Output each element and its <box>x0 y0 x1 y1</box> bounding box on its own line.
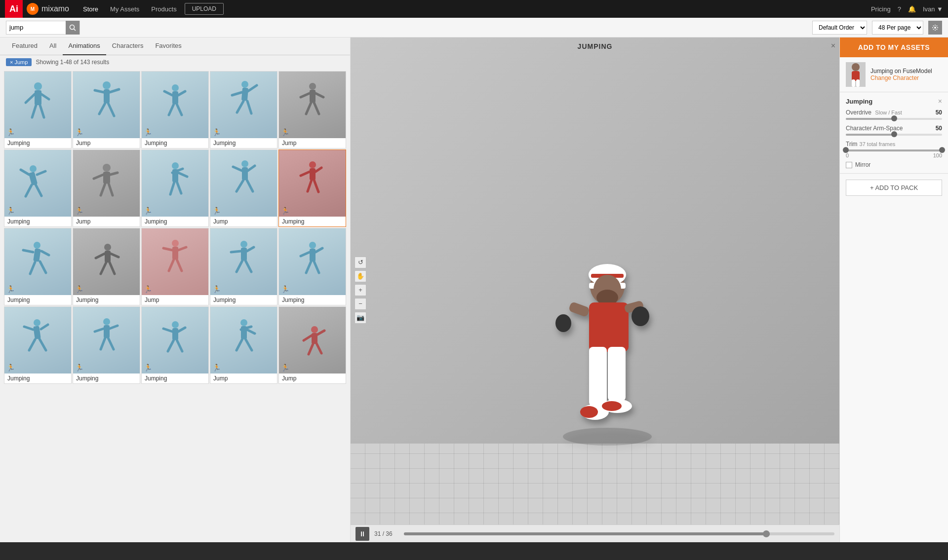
svg-line-95 <box>24 327 33 330</box>
trim-start-thumb[interactable] <box>843 147 849 153</box>
svg-point-21 <box>241 81 248 88</box>
play-pause-button[interactable]: ⏸ <box>356 527 369 541</box>
tab-animations[interactable]: Animations <box>63 37 106 55</box>
overdrive-slider-thumb[interactable] <box>891 115 897 121</box>
tab-characters[interactable]: Characters <box>106 37 150 55</box>
grid-item-2[interactable]: 🏃 Jump <box>73 71 140 149</box>
nav-store[interactable]: Store <box>77 0 104 18</box>
adobe-logo[interactable]: Ai <box>5 0 23 18</box>
grid-thumb-15: 🏃 <box>279 228 346 295</box>
grid-item-14[interactable]: 🏃 Jumping <box>210 228 277 305</box>
overdrive-label: Overdrive Slow / Fast 50 <box>846 109 942 116</box>
grid-label-5: Jump <box>279 138 346 148</box>
figure-svg-17 <box>87 316 126 365</box>
right-panel: JUMPING × <box>351 37 948 542</box>
svg-line-114 <box>247 330 255 334</box>
search-button[interactable] <box>66 21 79 35</box>
grid-label-19: Jump <box>210 373 277 383</box>
add-to-pack-button[interactable]: + ADD TO PACK <box>846 180 942 196</box>
grid-item-5[interactable]: 🏃 Jump <box>278 71 346 149</box>
zoom-out-control[interactable]: − <box>355 298 366 310</box>
grid-item-1[interactable]: 🏃 Jumping <box>4 71 72 149</box>
arm-space-slider-thumb[interactable] <box>891 131 897 137</box>
animation-close-button[interactable]: × <box>938 97 942 105</box>
filter-results-bar: × Jump Showing 1-48 of 143 results <box>0 55 350 69</box>
grid-item-4[interactable]: 🏃 Jumping <box>210 71 277 149</box>
svg-line-23 <box>232 92 242 95</box>
grid-item-6[interactable]: 🏃 Jumping <box>4 149 72 227</box>
grid-item-13[interactable]: 🏃 Jump <box>141 228 209 305</box>
nav-products[interactable]: Products <box>145 0 182 18</box>
tab-featured[interactable]: Featured <box>6 37 43 55</box>
notifications-icon[interactable]: 🔔 <box>908 5 916 13</box>
trim-end-thumb[interactable] <box>939 147 945 153</box>
user-menu[interactable]: Ivan ▼ <box>923 5 943 13</box>
settings-icon <box>932 24 939 31</box>
svg-line-107 <box>163 329 172 332</box>
playback-track[interactable] <box>404 532 834 535</box>
upload-button[interactable]: UPLOAD <box>185 3 224 15</box>
trim-slider[interactable] <box>846 149 942 151</box>
tab-all[interactable]: All <box>43 37 62 55</box>
grid-item-9[interactable]: 🏃 Jump <box>210 149 277 227</box>
playback-thumb[interactable] <box>763 530 770 537</box>
arm-space-label-text: Character Arm-Space <box>846 125 903 132</box>
grid-item-3[interactable]: 🏃 Jumping <box>141 71 209 149</box>
mixamo-icon: M <box>27 3 39 15</box>
arm-space-setting: Character Arm-Space 50 <box>846 125 942 136</box>
rotate-control[interactable]: ↺ <box>355 257 366 268</box>
grid-settings-button[interactable] <box>928 21 942 35</box>
overdrive-slider[interactable] <box>846 118 942 120</box>
grid-item-12[interactable]: 🏃 Jumping <box>73 228 140 305</box>
svg-line-30 <box>316 93 323 97</box>
nav-myassets[interactable]: My Assets <box>104 0 145 18</box>
svg-rect-40 <box>103 172 110 184</box>
grid-label-10: Jumping <box>279 217 346 226</box>
grid-item-7[interactable]: 🏃 Jump <box>73 149 140 227</box>
camera-control[interactable]: 📷 <box>355 312 366 324</box>
grid-item-8[interactable]: 🏃 Jumping <box>141 149 209 227</box>
search-input[interactable] <box>6 21 66 34</box>
grid-item-18[interactable]: 🏃 Jumping <box>141 306 209 384</box>
search-icon <box>69 24 76 31</box>
figure-svg-5 <box>293 80 332 130</box>
svg-line-72 <box>111 254 118 257</box>
help-icon[interactable]: ? <box>898 5 901 13</box>
svg-line-11 <box>95 90 104 92</box>
svg-rect-143 <box>852 79 855 87</box>
sort-order-select[interactable]: Default Order <box>812 21 867 35</box>
svg-line-78 <box>178 247 186 250</box>
svg-rect-58 <box>310 168 316 180</box>
filter-tag-jump[interactable]: × Jump <box>6 58 32 66</box>
grid-item-15[interactable]: 🏃 Jumping <box>278 228 346 305</box>
grid-item-16[interactable]: 🏃 Jumping <box>4 306 72 384</box>
grid-item-19[interactable]: 🏃 Jump <box>210 306 277 384</box>
grid-thumb-8: 🏃 <box>142 150 208 217</box>
svg-point-137 <box>580 406 598 418</box>
zoom-in-control[interactable]: + <box>355 284 366 296</box>
mirror-checkbox[interactable] <box>846 162 852 168</box>
per-page-select[interactable]: 48 Per page <box>872 21 923 35</box>
grid-item-17[interactable]: 🏃 Jumping <box>73 306 140 384</box>
add-to-my-assets-button[interactable]: ADD TO MY ASSETS <box>840 37 948 57</box>
grid-label-15: Jumping <box>279 295 346 305</box>
figure-svg-1 <box>18 80 58 130</box>
arm-space-slider[interactable] <box>846 134 942 136</box>
svg-line-20 <box>177 104 182 115</box>
svg-line-29 <box>301 93 310 97</box>
change-character-link[interactable]: Change Character <box>870 75 942 81</box>
grid-thumb-1: 🏃 <box>4 72 71 138</box>
svg-line-6 <box>41 94 49 99</box>
viewer-close-button[interactable]: × <box>831 41 835 50</box>
grid-item-10[interactable]: 🏃 Jumping <box>278 149 346 227</box>
grid-item-11[interactable]: 🏃 Jumping <box>4 228 72 305</box>
figure-icon-3: 🏃 <box>144 128 152 136</box>
grid-label-11: Jumping <box>4 295 71 305</box>
svg-line-96 <box>41 325 48 329</box>
tab-favorites[interactable]: Favorites <box>149 37 187 55</box>
pan-control[interactable]: ✋ <box>355 270 366 282</box>
3d-viewer[interactable]: JUMPING × <box>351 37 839 542</box>
svg-line-17 <box>164 91 172 95</box>
pricing-link[interactable]: Pricing <box>871 5 891 13</box>
grid-item-20[interactable]: 🏃 Jump <box>278 306 346 384</box>
